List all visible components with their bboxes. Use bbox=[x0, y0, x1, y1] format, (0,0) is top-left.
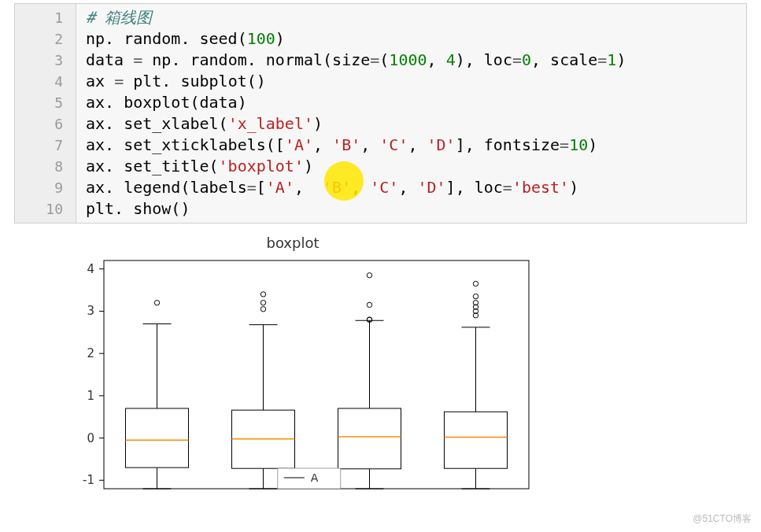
line-numbers: 12345678910 bbox=[15, 4, 76, 223]
chart-title: boxplot bbox=[41, 235, 545, 251]
svg-point-37 bbox=[367, 302, 371, 307]
svg-point-27 bbox=[260, 301, 265, 305]
svg-rect-33 bbox=[338, 408, 401, 469]
svg-text:2: 2 bbox=[87, 346, 94, 360]
code-line: # 箱线图 bbox=[86, 7, 738, 28]
code-body[interactable]: # 箱线图np. random. seed(100)data = np. ran… bbox=[78, 4, 746, 223]
code-line: ax = plt. subplot() bbox=[86, 71, 738, 92]
code-line: plt. show() bbox=[86, 198, 738, 220]
svg-rect-43 bbox=[445, 412, 508, 468]
svg-text:0: 0 bbox=[87, 431, 94, 445]
svg-text:-1: -1 bbox=[83, 473, 94, 487]
code-line: ax. legend(labels=['A', 'B', 'C', 'D'], … bbox=[86, 177, 738, 198]
chart-svg: -101234A bbox=[41, 253, 545, 497]
svg-text:A: A bbox=[311, 471, 319, 484]
svg-rect-51 bbox=[278, 468, 341, 489]
svg-point-19 bbox=[154, 301, 159, 305]
code-line: ax. set_title('boxplot') bbox=[86, 156, 738, 177]
svg-point-50 bbox=[473, 281, 478, 286]
code-cell: ▶| 12345678910 # 箱线图np. random. seed(100… bbox=[14, 3, 747, 224]
svg-rect-0 bbox=[104, 260, 529, 489]
svg-point-28 bbox=[260, 292, 265, 297]
svg-point-49 bbox=[473, 294, 478, 298]
svg-text:1: 1 bbox=[87, 389, 94, 403]
svg-point-38 bbox=[367, 273, 371, 278]
code-line: ax. boxplot(data) bbox=[86, 92, 738, 113]
svg-text:4: 4 bbox=[87, 262, 94, 276]
code-line: data = np. random. normal(size=(1000, 4)… bbox=[86, 50, 738, 71]
svg-point-26 bbox=[260, 307, 265, 312]
boxplot-chart: boxplot -101234A bbox=[41, 235, 545, 497]
svg-text:3: 3 bbox=[87, 304, 94, 318]
svg-rect-17 bbox=[126, 408, 189, 467]
code-line: ax. set_xlabel('x_label') bbox=[86, 113, 738, 135]
code-line: np. random. seed(100) bbox=[86, 28, 738, 50]
code-line: ax. set_xticklabels(['A', 'B', 'C', 'D']… bbox=[86, 135, 738, 156]
